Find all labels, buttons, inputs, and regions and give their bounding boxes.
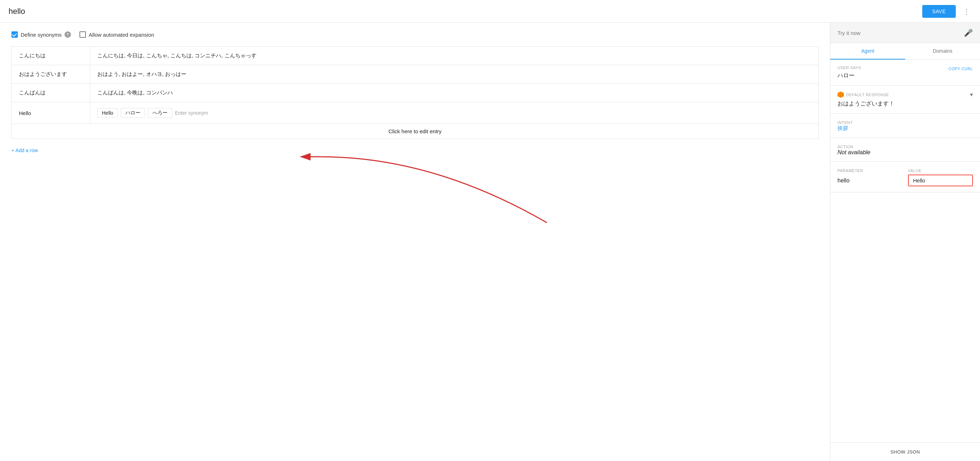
param-labels-row: PARAMETER VALUE [837,167,973,173]
synonyms-cell: おはよう, おはよー, オハヨ, おっはー [90,65,819,84]
param-value-row: hello Hello [837,175,973,186]
table-row[interactable]: こんにちは こんにちは, 今日は, こんちゃ, こんちは, コンニチハ, こんち… [12,47,819,65]
synonym-chip[interactable]: ハロー [121,108,145,118]
try-it-bar: 🎤 [830,23,980,43]
default-response-row: DEFAULT RESPONSE ▾ [837,91,973,98]
copy-curl-link[interactable]: COPY CURL [949,67,973,71]
checkbox-checked-icon [11,31,18,38]
synonyms-cell: こんにちは, 今日は, こんちゃ, こんちは, コンニチハ, こんちゃっす [90,47,819,65]
annotation-area [11,153,819,232]
controls-row: Define synonyms ? Allow automated expans… [11,31,819,38]
define-synonyms-checkbox[interactable]: Define synonyms ? [11,31,71,38]
app-container: hello SAVE ⋮ Define synonyms ? Allow aut… [0,0,980,461]
annotation-arrow [11,153,819,232]
left-panel: Define synonyms ? Allow automated expans… [0,23,830,461]
synonym-chip[interactable]: Hello [97,108,118,118]
parameter-name: hello [837,177,850,183]
try-it-input[interactable] [837,30,961,36]
synonym-chip[interactable]: へろー [148,108,172,118]
value-label: VALUE [908,169,921,173]
default-response-value: おはようございます！ [837,100,973,108]
help-icon[interactable]: ? [65,31,71,38]
allow-expansion-checkbox[interactable]: Allow automated expansion [80,31,154,38]
define-synonyms-label: Define synonyms [21,32,62,38]
add-row-link[interactable]: + Add a row [11,148,38,153]
intent-value[interactable]: 挨拶 [837,125,973,132]
parameter-value-box: Hello [908,175,973,186]
default-response-label: DEFAULT RESPONSE [846,93,968,97]
dropdown-arrow-icon[interactable]: ▾ [970,91,973,98]
user-says-value: ハロー [837,72,973,79]
synonyms-cell: こんばんは, 今晩は, コンバンハ [90,84,819,102]
action-value: Not available [837,149,973,156]
save-button[interactable]: SAVE [922,5,956,18]
table-row[interactable]: おはようございます おはよう, おはよー, オハヨ, おっはー [12,65,819,84]
parameter-section: PARAMETER VALUE hello Hello [830,162,980,192]
tab-agent[interactable]: Agent [830,43,905,59]
main-split: Define synonyms ? Allow automated expans… [0,23,980,461]
synonym-input-placeholder[interactable]: Enter synonym [175,110,208,116]
cube-icon [837,92,844,98]
entry-cell: おはようございます [12,65,90,84]
allow-expansion-label: Allow automated expansion [89,32,154,38]
synonyms-table: こんにちは こんにちは, 今日は, こんちゃ, こんちは, コンニチハ, こんち… [11,46,819,139]
show-json-button[interactable]: SHOW JSON [830,442,980,461]
user-says-label: USER SAYS [837,65,861,70]
click-to-edit-cell[interactable]: Click here to edit entry [12,124,819,139]
synonyms-chips-cell: Hello ハロー へろー Enter synonym [90,102,819,124]
table-row-active[interactable]: Hello Hello ハロー へろー Enter synonym [12,102,819,124]
mic-icon[interactable]: 🎤 [964,29,973,37]
click-to-edit-row[interactable]: Click here to edit entry [12,124,819,139]
right-panel: 🎤 Agent Domains USER SAYS COPY CURL ハロー [830,23,980,461]
more-icon[interactable]: ⋮ [961,6,972,17]
tabs-row: Agent Domains [830,43,980,60]
checkbox-unchecked-icon [80,31,86,38]
intent-label: INTENT [837,121,853,125]
user-says-section: USER SAYS COPY CURL ハロー [830,60,980,86]
default-response-section: DEFAULT RESPONSE ▾ おはようございます！ [830,86,980,114]
parameter-label: PARAMETER [837,169,863,173]
entry-cell: こんばんは [12,84,90,102]
entry-cell: こんにちは [12,47,90,65]
action-section: ACTION Not available [830,138,980,162]
synonym-chips: Hello ハロー へろー Enter synonym [97,108,811,118]
page-title: hello [8,7,922,16]
header: hello SAVE ⋮ [0,0,980,23]
action-label: ACTION [837,145,853,149]
table-row[interactable]: こんばんは こんばんは, 今晩は, コンバンハ [12,84,819,102]
entry-cell-active: Hello [12,102,90,124]
tab-domains[interactable]: Domains [905,43,980,59]
intent-section: INTENT 挨拶 [830,114,980,138]
